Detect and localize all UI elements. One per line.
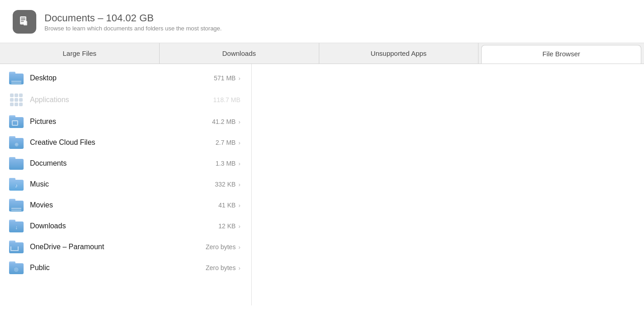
- file-name-onedrive: OneDrive – Paramount: [30, 243, 202, 251]
- file-size-applications: 118.7 MB: [213, 96, 240, 103]
- file-row-pictures[interactable]: Pictures 41.2 MB›: [0, 111, 251, 132]
- tab-downloads[interactable]: Downloads: [160, 43, 319, 64]
- svg-rect-2: [21, 20, 25, 20]
- folder-icon-public: [9, 261, 24, 274]
- file-row-desktop[interactable]: Desktop 571 MB›: [0, 68, 251, 89]
- page-subtitle: Browse to learn which documents and fold…: [44, 25, 222, 32]
- file-size-desktop: 571 MB›: [214, 74, 240, 82]
- file-list: Desktop 571 MB› Applications 118.7 MB: [0, 64, 252, 305]
- header-text: Documents – 104.02 GB Browse to learn wh…: [44, 12, 222, 32]
- svg-rect-1: [21, 18, 25, 19]
- file-row-onedrive[interactable]: OneDrive – Paramount Zero bytes›: [0, 236, 251, 257]
- tab-unsupported-apps[interactable]: Unsupported Apps: [319, 43, 479, 64]
- file-name-movies: Movies: [30, 201, 215, 209]
- svg-rect-3: [21, 21, 24, 22]
- folder-icon-movies: [9, 199, 24, 212]
- file-name-music: Music: [30, 180, 211, 188]
- svg-rect-4: [24, 21, 27, 25]
- folder-icon-onedrive: [9, 241, 24, 253]
- tab-bar: Large Files Downloads Unsupported Apps F…: [0, 43, 644, 64]
- file-size-pictures: 41.2 MB›: [212, 118, 240, 125]
- file-row-downloads[interactable]: Downloads 12 KB›: [0, 216, 251, 236]
- folder-icon-applications: [9, 93, 24, 107]
- folder-icon-music: [9, 178, 24, 191]
- tab-file-browser[interactable]: File Browser: [481, 45, 641, 64]
- documents-icon: [13, 10, 36, 34]
- folder-icon-documents: [9, 157, 24, 170]
- folder-icon-downloads: [9, 220, 24, 232]
- file-size-downloads: 12 KB›: [219, 222, 240, 230]
- right-pane: [252, 64, 644, 305]
- file-size-onedrive: Zero bytes›: [206, 243, 240, 251]
- file-size-public: Zero bytes›: [206, 264, 240, 271]
- folder-icon-creative-cloud: [9, 136, 24, 149]
- file-name-documents: Documents: [30, 159, 212, 167]
- file-row-movies[interactable]: Movies 41 KB›: [0, 195, 251, 216]
- folder-icon-pictures: [9, 115, 24, 128]
- file-name-applications: Applications: [30, 96, 210, 104]
- header: Documents – 104.02 GB Browse to learn wh…: [0, 0, 644, 43]
- file-name-pictures: Pictures: [30, 118, 209, 126]
- content-area: Desktop 571 MB› Applications 118.7 MB: [0, 64, 644, 305]
- file-name-desktop: Desktop: [30, 74, 210, 82]
- file-size-music: 332 KB›: [215, 181, 240, 188]
- file-row-applications: Applications 118.7 MB: [0, 89, 251, 111]
- file-size-movies: 41 KB›: [219, 202, 240, 209]
- file-row-music[interactable]: Music 332 KB›: [0, 174, 251, 195]
- folder-icon-desktop: [9, 72, 24, 84]
- tab-large-files[interactable]: Large Files: [0, 43, 160, 64]
- file-row-documents[interactable]: Documents 1.3 MB›: [0, 153, 251, 174]
- file-size-documents: 1.3 MB›: [215, 160, 240, 167]
- file-size-creative-cloud: 2.7 MB›: [215, 139, 240, 146]
- page-title: Documents – 104.02 GB: [44, 12, 222, 24]
- file-name-creative-cloud: Creative Cloud Files: [30, 138, 212, 147]
- file-row-public[interactable]: Public Zero bytes›: [0, 257, 251, 278]
- file-row-creative-cloud[interactable]: Creative Cloud Files 2.7 MB›: [0, 132, 251, 153]
- file-name-downloads: Downloads: [30, 222, 215, 230]
- file-name-public: Public: [30, 264, 202, 272]
